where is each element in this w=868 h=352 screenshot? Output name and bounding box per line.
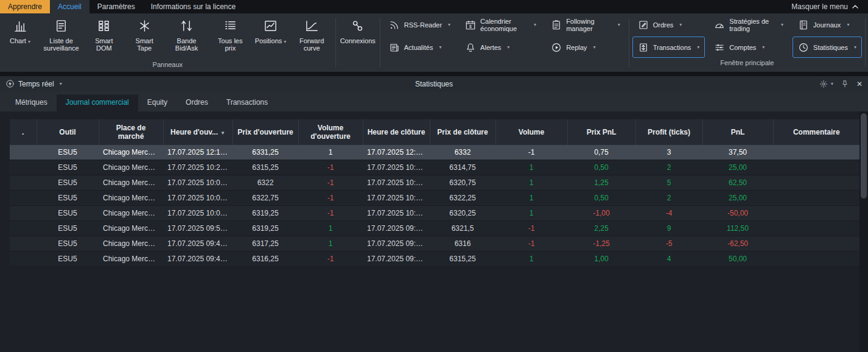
ribbon-button-label: Statistiques bbox=[813, 44, 848, 51]
chevron-down-icon[interactable]: ▾ bbox=[762, 44, 765, 50]
svg-text:$: $ bbox=[469, 24, 472, 28]
ribbon-button-replay[interactable]: Replay ▾ bbox=[545, 37, 626, 58]
ribbon-button-liste-de-surveillance[interactable]: Liste de surveillance bbox=[39, 13, 83, 60]
panel-title: Statistiques bbox=[0, 80, 868, 88]
ribbon-button-tous-les-prix[interactable]: Tous les prix bbox=[209, 13, 251, 60]
cell-exchange: Chicago Mercanti... bbox=[99, 191, 163, 206]
tab-journal-commercial[interactable]: Journal commercial bbox=[57, 94, 138, 111]
menu-tab-licence[interactable]: Informations sur la licence bbox=[143, 0, 243, 13]
cell-volume: 1 bbox=[495, 252, 567, 267]
tab-equity[interactable]: Equity bbox=[138, 94, 177, 111]
cell-pnl: 62,50 bbox=[702, 175, 773, 191]
ribbon-button-chart[interactable]: Chart▾ bbox=[1, 13, 39, 60]
ribbon-button-comptes[interactable]: Comptes ▾ bbox=[709, 37, 789, 58]
cell-open-time: 17.07.2025 09:43:... bbox=[163, 252, 233, 267]
vertical-scrollbar[interactable] bbox=[859, 111, 868, 352]
col-profit-ticks[interactable]: Profit (ticks) bbox=[635, 119, 702, 145]
chevron-down-icon[interactable]: ▾ bbox=[618, 22, 620, 27]
table-row[interactable]: ESU5Chicago Mercanti...17.07.2025 09:45:… bbox=[10, 236, 859, 252]
cell-pnl: 25,00 bbox=[702, 160, 773, 175]
table-row[interactable]: ESU5Chicago Mercanti...17.07.2025 10:03:… bbox=[10, 191, 859, 206]
ribbon-button-strategies-de-trading[interactable]: Stratégies de trading ▾ bbox=[709, 14, 789, 35]
menu-tab-apprendre[interactable]: Apprendre bbox=[0, 0, 50, 13]
accounts-icon bbox=[714, 42, 725, 53]
col-comment[interactable]: Commentaire bbox=[773, 119, 859, 145]
cell-dot bbox=[10, 160, 37, 175]
cell-open-volume: -1 bbox=[298, 175, 363, 191]
menu-tab-accueil[interactable]: Accueil bbox=[50, 0, 89, 13]
chevron-down-icon[interactable]: ▾ bbox=[847, 22, 849, 27]
col-pnl[interactable]: PnL bbox=[702, 119, 773, 145]
chevron-down-icon[interactable]: ▾ bbox=[439, 44, 441, 50]
settings-button[interactable]: ▾ bbox=[819, 80, 833, 88]
ribbon-group-label: Fenêtre principale bbox=[631, 58, 864, 70]
ribbon: Chart▾ Liste de surveillance Smart DOM S… bbox=[0, 13, 868, 72]
ribbon-button-smart-dom[interactable]: Smart DOM bbox=[83, 13, 124, 60]
col-open-price[interactable]: Prix d'ouverture bbox=[233, 119, 298, 145]
col-close-price[interactable]: Prix de clôture bbox=[430, 119, 495, 145]
ribbon-button-ordres[interactable]: Ordres ▾ bbox=[632, 14, 705, 35]
col-instrument[interactable]: Outil bbox=[37, 119, 99, 145]
connection-mode-selector[interactable]: Temps réel ▾ bbox=[5, 79, 62, 88]
ribbon-button-bande-bid-ask[interactable]: Bande Bid/Ask bbox=[164, 13, 209, 60]
cell-volume: -1 bbox=[495, 236, 567, 252]
hide-menu-button[interactable]: Masquer le menu bbox=[782, 0, 868, 13]
ribbon-button-label: Bande Bid/Ask bbox=[167, 37, 206, 52]
cell-open-volume: -1 bbox=[298, 252, 363, 267]
ribbon-button-alertes[interactable]: Alertes ▾ bbox=[460, 37, 542, 58]
statistics-panel: Temps réel ▾ Statistiques ▾ ✕ Métriques … bbox=[0, 76, 868, 352]
cell-exchange: Chicago Mercanti... bbox=[99, 145, 163, 160]
chevron-down-icon[interactable]: ▾ bbox=[697, 44, 699, 50]
table-row[interactable]: ESU5Chicago Mercanti...17.07.2025 09:51:… bbox=[10, 221, 859, 236]
ribbon-button-rss-reader[interactable]: RSS-Reader ▾ bbox=[383, 14, 456, 35]
menu-tab-parametres[interactable]: Paramètres bbox=[89, 0, 143, 13]
col-volume[interactable]: Volume bbox=[495, 119, 567, 145]
chevron-down-icon[interactable]: ▾ bbox=[507, 44, 509, 50]
tab-metriques[interactable]: Métriques bbox=[6, 94, 57, 111]
ribbon-button-journaux[interactable]: Journaux ▾ bbox=[793, 14, 862, 35]
ribbon-button-calendrier-economique[interactable]: $ Calendrier économique ▾ bbox=[460, 14, 542, 35]
table-row[interactable]: ESU5Chicago Mercanti...17.07.2025 09:43:… bbox=[10, 252, 859, 267]
chevron-down-icon[interactable]: ▾ bbox=[781, 22, 783, 27]
chevron-down-icon[interactable]: ▾ bbox=[448, 22, 450, 27]
panel-tabbar: Métriques Journal commercial Equity Ordr… bbox=[0, 91, 868, 111]
ribbon-button-actualites[interactable]: Actualités ▾ bbox=[383, 37, 456, 58]
pin-button[interactable] bbox=[841, 80, 849, 88]
col-dot[interactable]: . bbox=[10, 119, 37, 145]
tab-transactions[interactable]: Transactions bbox=[217, 94, 277, 111]
close-icon[interactable]: ✕ bbox=[856, 80, 863, 88]
tab-ordres[interactable]: Ordres bbox=[177, 94, 217, 111]
chevron-down-icon[interactable]: ▾ bbox=[854, 44, 856, 50]
cell-volume: 1 bbox=[495, 160, 567, 175]
cell-open-price: 6319,25 bbox=[233, 206, 298, 221]
ribbon-button-following-manager[interactable]: Following manager ▾ bbox=[545, 14, 626, 35]
ribbon-button-smart-tape[interactable]: Smart Tape bbox=[125, 13, 164, 60]
cell-close-time: 17.07.2025 10:30:... bbox=[363, 160, 430, 175]
ribbon-button-forward-curve[interactable]: Forward curve bbox=[289, 13, 334, 60]
cell-price-pnl: 1,00 bbox=[567, 252, 635, 267]
column-label: Heure de clôture bbox=[368, 128, 425, 136]
col-price-pnl[interactable]: Prix PnL bbox=[567, 119, 635, 145]
news-icon bbox=[389, 42, 400, 53]
ribbon-button-connexions[interactable]: Connexions bbox=[337, 13, 379, 60]
col-open-volume[interactable]: Volume d'ouverture bbox=[298, 119, 363, 145]
table-row[interactable]: ESU5Chicago Mercanti...17.07.2025 10:04:… bbox=[10, 175, 859, 191]
cell-exchange: Chicago Mercanti... bbox=[99, 221, 163, 236]
ribbon-button-transactions[interactable]: Transactions ▾ bbox=[632, 37, 705, 58]
cell-exchange: Chicago Mercanti... bbox=[99, 206, 163, 221]
table-row[interactable]: ESU5Chicago Mercanti...17.07.2025 10:29:… bbox=[10, 160, 859, 175]
table-row[interactable]: ESU5Chicago Mercanti...17.07.2025 10:00:… bbox=[10, 206, 859, 221]
cell-close-price: 6322,25 bbox=[430, 191, 495, 206]
table-row[interactable]: ESU5Chicago Mercanti...17.07.2025 12:18:… bbox=[10, 145, 859, 160]
cell-open-volume: 1 bbox=[298, 145, 363, 160]
ribbon-button-positions[interactable]: Positions▾ bbox=[251, 13, 289, 60]
chevron-down-icon[interactable]: ▾ bbox=[534, 22, 536, 27]
scrollbar-thumb[interactable] bbox=[861, 113, 867, 199]
chevron-down-icon[interactable]: ▾ bbox=[679, 22, 682, 27]
cell-profit-ticks: 9 bbox=[635, 221, 702, 236]
col-exchange[interactable]: Place de marché bbox=[99, 119, 163, 145]
chevron-down-icon[interactable]: ▾ bbox=[593, 44, 595, 50]
col-open-time[interactable]: Heure d'ouv...▼ bbox=[163, 119, 233, 145]
ribbon-button-statistiques[interactable]: Statistiques ▾ bbox=[793, 37, 862, 58]
col-close-time[interactable]: Heure de clôture bbox=[363, 119, 430, 145]
